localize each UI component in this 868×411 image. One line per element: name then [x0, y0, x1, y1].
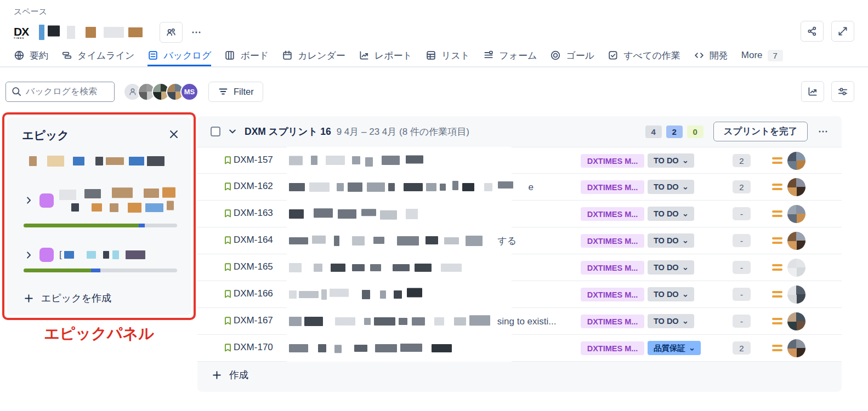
story-points-badge[interactable]: -	[733, 261, 751, 274]
status-dropdown[interactable]: TO DO	[648, 314, 694, 328]
sprint-select-checkbox[interactable]	[211, 127, 220, 136]
story-bookmark-icon	[223, 342, 233, 353]
status-dropdown[interactable]: TO DO	[648, 180, 694, 194]
redacted-summary: する	[289, 227, 517, 254]
epic-item[interactable]	[24, 189, 188, 213]
story-points-badge[interactable]: -	[733, 315, 751, 328]
epic-label-badge[interactable]: DXTIMES M...	[581, 341, 644, 355]
view-tabs: 要約タイムラインバックログボードカレンダーレポートリストフォームゴールすべての作…	[14, 46, 783, 66]
globe-icon	[14, 50, 25, 61]
assignee-avatar[interactable]	[787, 286, 805, 304]
assignee-avatar[interactable]	[787, 232, 805, 250]
story-points-badge[interactable]: -	[733, 288, 751, 301]
sprint-section: DXM スプリント 16 9 4月 – 23 4月 (8 件の作業項目) 420…	[197, 116, 842, 392]
epic-item[interactable]: [	[24, 248, 154, 262]
epic-color-icon	[39, 193, 54, 208]
story-points-badge[interactable]: 2	[733, 154, 751, 167]
story-points-badge[interactable]: 2	[733, 341, 751, 355]
assignee-avatar[interactable]	[787, 178, 805, 196]
priority-medium-icon	[772, 264, 782, 271]
chevron-right-icon[interactable]	[24, 195, 34, 206]
tab-board[interactable]: ボード	[224, 46, 269, 66]
annotation-box: エピック [ エピックを作成	[2, 112, 196, 320]
tab-goal[interactable]: ゴール	[550, 46, 594, 66]
tab-calendar[interactable]: カレンダー	[282, 46, 345, 66]
issue-key[interactable]: DXM-166	[234, 288, 273, 299]
tab-form[interactable]: フォーム	[483, 46, 537, 66]
epic-label-badge[interactable]: DXTIMES M...	[581, 180, 644, 194]
issue-key[interactable]: DXM-162	[234, 181, 273, 192]
redacted-text	[59, 189, 188, 199]
status-dropdown[interactable]: TO DO	[648, 153, 694, 168]
sliders-icon	[837, 86, 848, 97]
chevron-down-icon	[688, 344, 696, 352]
status-dropdown[interactable]: TO DO	[648, 287, 694, 301]
redacted-text	[289, 289, 435, 300]
status-dropdown[interactable]: TO DO	[648, 233, 694, 248]
project-more-button[interactable]	[185, 22, 208, 43]
assignee-avatar[interactable]	[787, 259, 805, 277]
tab-report[interactable]: レポート	[359, 46, 412, 66]
close-icon[interactable]	[166, 126, 182, 142]
backlog-rows: DXM-157DXTIMES M...TO DO2DXM-162DXTIMES …	[197, 147, 842, 362]
sprint-name[interactable]: DXM スプリント 16	[245, 125, 331, 138]
epic-label-badge[interactable]: DXTIMES M...	[581, 288, 644, 301]
fullscreen-button[interactable]	[831, 21, 854, 42]
user-avatar-initials[interactable]: MS	[180, 83, 198, 101]
sprint-more-button[interactable]	[815, 124, 831, 139]
status-dropdown[interactable]: TO DO	[648, 260, 694, 275]
epic-label-badge[interactable]: DXTIMES M...	[581, 234, 644, 248]
share-button[interactable]	[801, 21, 824, 42]
timeline-icon	[61, 50, 72, 61]
epic-item[interactable]	[29, 156, 177, 167]
view-settings-button[interactable]	[831, 81, 854, 102]
assignee-avatar[interactable]	[787, 205, 805, 223]
issue-key[interactable]: DXM-165	[234, 261, 273, 272]
issue-key[interactable]: DXM-163	[234, 208, 273, 219]
status-dropdown[interactable]: TO DO	[648, 207, 694, 221]
story-bookmark-icon	[223, 289, 233, 299]
insights-button[interactable]	[801, 81, 824, 102]
toolbar-actions	[801, 81, 854, 102]
complete-sprint-button[interactable]: スプリントを完了	[713, 122, 808, 141]
epic-label-badge[interactable]: DXTIMES M...	[581, 207, 644, 221]
plus-icon	[212, 370, 222, 380]
tab-timeline[interactable]: タイムライン	[61, 46, 134, 66]
tab-more[interactable]: More7	[741, 46, 783, 66]
story-points-badge[interactable]: -	[733, 207, 751, 220]
chevron-down-icon[interactable]	[227, 126, 238, 137]
priority-medium-icon	[772, 184, 782, 190]
assignee-avatar[interactable]	[787, 152, 805, 170]
breadcrumb[interactable]: スペース	[14, 7, 47, 17]
issue-key[interactable]: DXM-167	[234, 315, 273, 326]
story-bookmark-icon	[223, 181, 233, 192]
issue-key[interactable]: DXM-164	[234, 235, 273, 246]
assignee-avatar[interactable]	[787, 339, 805, 357]
project-members-button[interactable]	[160, 22, 183, 43]
chevron-right-icon[interactable]	[24, 250, 34, 260]
priority-medium-icon	[772, 237, 782, 244]
expand-icon	[837, 26, 848, 37]
count-badge-todo: 4	[645, 125, 662, 138]
assignee-avatar[interactable]	[787, 312, 805, 330]
create-epic-button[interactable]: エピックを作成	[24, 292, 111, 305]
epic-label-badge[interactable]: DXTIMES M...	[581, 154, 644, 168]
epic-label-badge[interactable]: DXTIMES M...	[581, 315, 644, 328]
status-dropdown[interactable]: 品質保証	[648, 341, 701, 355]
create-issue-button[interactable]: 作成	[197, 362, 842, 388]
epic-label-badge[interactable]: DXTIMES M...	[581, 261, 644, 275]
tab-all-work[interactable]: すべての作業	[608, 46, 680, 66]
story-bookmark-icon	[223, 316, 233, 326]
issue-key[interactable]: DXM-157	[234, 155, 273, 165]
search-field-wrap	[5, 82, 115, 102]
tab-backlog[interactable]: バックログ	[147, 46, 211, 66]
filter-button[interactable]: Filter	[208, 82, 263, 102]
story-points-badge[interactable]: 2	[733, 180, 751, 193]
epic-panel: エピック [ エピックを作成	[7, 117, 191, 315]
story-points-badge[interactable]: -	[733, 234, 751, 247]
tab-summary[interactable]: 要約	[14, 46, 48, 66]
priority-medium-icon	[772, 157, 782, 164]
tab-list[interactable]: リスト	[426, 46, 470, 66]
tab-development[interactable]: 開発	[694, 46, 728, 66]
issue-key[interactable]: DXM-170	[234, 342, 273, 353]
